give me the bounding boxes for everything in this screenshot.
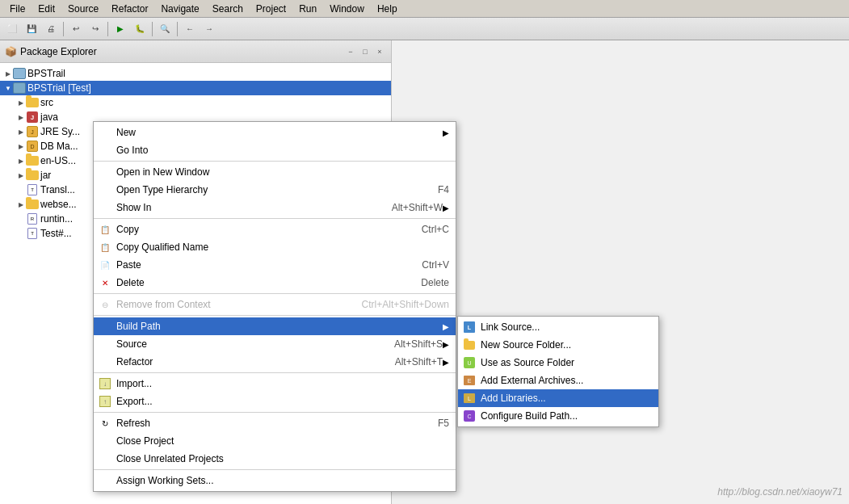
- panel-header: 📦 Package Explorer − □ ×: [0, 40, 391, 63]
- menu-project[interactable]: Project: [250, 2, 292, 16]
- tree-arrow-jre: ▶: [16, 127, 26, 136]
- ctx-refresh[interactable]: ↻ Refresh F5: [94, 414, 456, 432]
- project-icon-bpstrial: [13, 82, 26, 94]
- ctx-show-in[interactable]: Show In Alt+Shift+W ▶: [94, 199, 456, 216]
- menu-window[interactable]: Window: [323, 2, 371, 16]
- link-source-icon: L: [463, 321, 476, 334]
- sub-new-source-folder-label: New Source Folder...: [481, 339, 571, 351]
- toolbar-sep4: [177, 22, 178, 36]
- sub-new-source-folder[interactable]: New Source Folder...: [458, 336, 658, 354]
- watermark-text: http://blog.csdn.net/xiaoyw71: [717, 486, 843, 498]
- menu-navigate[interactable]: Navigate: [154, 2, 205, 16]
- tree-label-db: DB Ma...: [40, 141, 78, 152]
- tree-arrow-src: ▶: [16, 98, 26, 107]
- ctx-refactor-arrow: ▶: [443, 358, 449, 367]
- ctx-copy-shortcut: Ctrl+C: [422, 224, 449, 235]
- menu-source[interactable]: Source: [61, 2, 105, 16]
- ctx-import[interactable]: ↓ Import...: [94, 375, 456, 393]
- sub-link-source[interactable]: L Link Source...: [458, 318, 658, 336]
- ctx-copy-qualified[interactable]: 📋 Copy Qualified Name: [94, 238, 456, 256]
- export-icon: ↑: [99, 395, 111, 408]
- java-icon: J: [26, 111, 39, 124]
- menu-search[interactable]: Search: [206, 2, 250, 16]
- toolbar-undo[interactable]: ↩: [67, 20, 85, 38]
- toolbar-save[interactable]: 💾: [23, 20, 40, 38]
- ctx-close-unrelated[interactable]: Close Unrelated Projects: [94, 450, 456, 468]
- sub-add-libraries[interactable]: L Add Libraries...: [458, 389, 658, 407]
- ctx-assign-working-sets-label: Assign Working Sets...: [116, 475, 449, 486]
- ctx-open-new-window-label: Open in New Window: [116, 166, 449, 178]
- tree-arrow-enus: ▶: [16, 156, 26, 166]
- sub-configure-build-path-label: Configure Build Path...: [481, 410, 578, 422]
- menu-bar: File Edit Source Refactor Navigate Searc…: [0, 0, 849, 18]
- toolbar-sep1: [63, 22, 64, 36]
- ctx-delete-label: Delete: [116, 277, 405, 288]
- ctx-new[interactable]: New ▶: [94, 124, 456, 141]
- ctx-copy[interactable]: 📋 Copy Ctrl+C: [94, 220, 456, 238]
- tree-arrow-bpstrial: ▼: [3, 83, 13, 93]
- toolbar-back[interactable]: ←: [181, 20, 199, 38]
- menu-help[interactable]: Help: [371, 2, 404, 16]
- ctx-remove-context-shortcut: Ctrl+Alt+Shift+Down: [362, 299, 449, 310]
- menu-edit[interactable]: Edit: [32, 2, 61, 16]
- tree-arrow-java: ▶: [16, 112, 26, 122]
- ctx-paste[interactable]: 📄 Paste Ctrl+V: [94, 256, 456, 274]
- sub-use-as-source-label: Use as Source Folder: [481, 357, 574, 368]
- ctx-build-path[interactable]: Build Path ▶ L Link Source... New Source…: [94, 317, 456, 335]
- file-icon-transl: T: [26, 183, 39, 196]
- use-as-source-icon: U: [463, 356, 476, 369]
- ctx-remove-context-label: Remove from Context: [116, 299, 346, 310]
- ctx-open-new-window[interactable]: Open in New Window: [94, 163, 456, 181]
- ctx-sep5: [94, 372, 456, 373]
- tree-label-enus: en-US...: [40, 155, 76, 166]
- ctx-delete[interactable]: ✕ Delete Delete: [94, 274, 456, 292]
- toolbar-search[interactable]: 🔍: [156, 20, 174, 38]
- ctx-copy-label: Copy: [116, 224, 406, 235]
- sub-use-as-source[interactable]: U Use as Source Folder: [458, 354, 658, 372]
- panel-minimize-btn[interactable]: −: [344, 45, 357, 58]
- ctx-build-path-label: Build Path: [116, 321, 443, 332]
- ctx-sep1: [94, 161, 456, 162]
- ctx-remove-context: ⊖ Remove from Context Ctrl+Alt+Shift+Dow…: [94, 296, 456, 313]
- toolbar-forward[interactable]: →: [200, 20, 218, 38]
- ctx-source-shortcut: Alt+Shift+S: [394, 338, 443, 350]
- ctx-refactor[interactable]: Refactor Alt+Shift+T ▶: [94, 353, 456, 371]
- menu-refactor[interactable]: Refactor: [105, 2, 154, 16]
- ctx-sep6: [94, 412, 456, 413]
- ctx-open-type-shortcut: F4: [438, 184, 449, 195]
- toolbar-run[interactable]: ▶: [111, 20, 129, 38]
- ctx-export[interactable]: ↑ Export...: [94, 393, 456, 410]
- ctx-close-project[interactable]: Close Project: [94, 432, 456, 450]
- ctx-delete-shortcut: Delete: [421, 277, 449, 288]
- sub-add-ext-archives-label: Add External Archives...: [481, 375, 583, 386]
- main-area: 📦 Package Explorer − □ × ▶ BPSTrail ▼: [0, 40, 849, 504]
- toolbar-sep2: [107, 22, 108, 36]
- menu-run[interactable]: Run: [292, 2, 323, 16]
- ctx-show-in-shortcut: Alt+Shift+W: [392, 202, 443, 213]
- ctx-refresh-label: Refresh: [116, 418, 422, 429]
- tree-item-bpstrial[interactable]: ▼ BPSTrial [Test]: [0, 81, 391, 95]
- toolbar-new[interactable]: ⬜: [3, 20, 21, 38]
- panel-close-btn[interactable]: ×: [373, 45, 386, 58]
- file-icon-test: T: [26, 227, 39, 240]
- sub-configure-build-path[interactable]: C Configure Build Path...: [458, 407, 658, 425]
- panel-maximize-btn[interactable]: □: [359, 45, 372, 58]
- ctx-assign-working-sets[interactable]: Assign Working Sets...: [94, 472, 456, 489]
- toolbar-debug[interactable]: 🐛: [131, 20, 149, 38]
- copy-qualified-icon: 📋: [99, 241, 111, 254]
- ctx-paste-label: Paste: [116, 259, 406, 271]
- tree-label-src: src: [40, 97, 53, 108]
- ctx-open-type-hierarchy[interactable]: Open Type Hierarchy F4: [94, 181, 456, 199]
- sub-add-ext-archives[interactable]: E Add External Archives...: [458, 372, 658, 389]
- remove-context-icon: ⊖: [99, 298, 111, 311]
- folder-icon-enus: [26, 154, 39, 167]
- tree-item-src[interactable]: ▶ src: [0, 95, 391, 110]
- ctx-refresh-shortcut: F5: [438, 418, 449, 429]
- menu-file[interactable]: File: [3, 2, 32, 16]
- toolbar-redo[interactable]: ↪: [86, 20, 104, 38]
- jar-icon-jre: J: [26, 125, 39, 138]
- tree-item-bpstrail[interactable]: ▶ BPSTrail: [0, 66, 391, 81]
- ctx-go-into[interactable]: Go Into: [94, 141, 456, 159]
- toolbar-print[interactable]: 🖨: [42, 20, 60, 38]
- ctx-source[interactable]: Source Alt+Shift+S ▶: [94, 335, 456, 353]
